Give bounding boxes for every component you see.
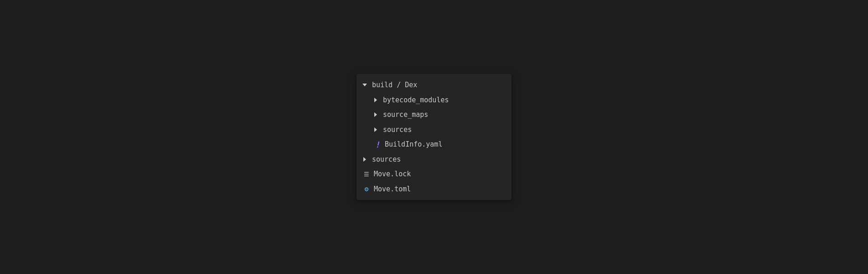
exclamation-icon: ! xyxy=(373,140,382,149)
tree-item-move-toml[interactable]: ⚙ Move.toml xyxy=(356,182,512,197)
tree-item-source-maps[interactable]: source_maps xyxy=(356,107,512,122)
tree-label-sources: sources xyxy=(372,154,401,165)
chevron-right-icon xyxy=(373,111,381,119)
tree-label-build-dex: build / Dex xyxy=(372,80,417,90)
tree-label-move-toml: Move.toml xyxy=(374,184,411,195)
tree-item-sources-inner[interactable]: sources xyxy=(356,122,512,137)
chevron-down-icon xyxy=(362,81,370,89)
gear-icon: ⚙ xyxy=(362,184,371,194)
tree-label-sources-inner: sources xyxy=(383,125,412,135)
tree-label-move-lock: Move.lock xyxy=(374,169,411,179)
chevron-right-icon xyxy=(373,96,381,104)
tree-item-bytecode-modules[interactable]: bytecode_modules xyxy=(356,93,512,108)
tree-label-source-maps: source_maps xyxy=(383,110,428,120)
lines-icon: ☰ xyxy=(362,169,371,179)
tree-item-build-dex[interactable]: build / Dex xyxy=(356,78,512,93)
chevron-right-icon xyxy=(373,126,381,134)
tree-item-sources[interactable]: sources xyxy=(356,152,512,167)
tree-label-bytecode-modules: bytecode_modules xyxy=(383,95,449,105)
file-tree-panel: build / Dex bytecode_modules source_maps… xyxy=(356,74,512,200)
tree-item-move-lock[interactable]: ☰ Move.lock xyxy=(356,167,512,182)
chevron-right-icon xyxy=(362,155,370,163)
tree-item-buildinfo-yaml[interactable]: ! BuildInfo.yaml xyxy=(356,137,512,152)
tree-label-buildinfo-yaml: BuildInfo.yaml xyxy=(385,139,442,150)
